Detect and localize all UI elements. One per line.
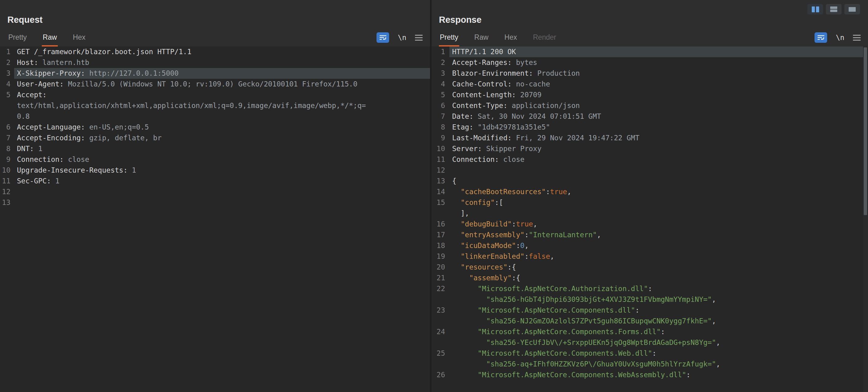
single-pane-icon <box>849 7 856 12</box>
line-number: 24 <box>432 327 450 337</box>
code-line: Accept-Ranges: bytes <box>450 57 868 68</box>
menu-icon[interactable] <box>853 33 861 42</box>
line-number: 5 <box>432 89 450 100</box>
line-number: 11 <box>0 176 14 187</box>
code-line: Accept-Encoding: gzip, deflate, br <box>14 133 430 143</box>
editor-row: 8Etag: "1db429781a351e5" <box>432 122 868 133</box>
editor-row: 11Connection: close <box>432 154 868 165</box>
code-line: "entryAssembly":"InternaLantern", <box>450 229 868 240</box>
editor-row: 1HTTP/1.1 200 OK <box>432 47 868 57</box>
line-number: 23 <box>432 305 450 316</box>
editor-row: 12 <box>432 165 868 176</box>
line-number: 25 <box>432 348 450 359</box>
line-number <box>432 294 450 305</box>
code-line: Upgrade-Insecure-Requests: 1 <box>14 165 430 176</box>
editor-row: 1GET /_framework/blazor.boot.json HTTP/1… <box>0 47 430 57</box>
tab-pretty[interactable]: Pretty <box>7 33 28 47</box>
request-title: Request <box>7 15 423 25</box>
editor-row: 0.8 <box>0 111 430 122</box>
soft-wrap-icon[interactable] <box>376 32 389 43</box>
tab-raw[interactable]: Raw <box>473 33 489 47</box>
response-tabbar: PrettyRawHexRender \n <box>439 32 861 47</box>
code-line: Content-Type: application/json <box>450 100 868 111</box>
line-number: 18 <box>432 240 450 251</box>
editor-row: 4User-Agent: Mozilla/5.0 (Windows NT 10.… <box>0 79 430 89</box>
layout-rows-button[interactable] <box>826 4 842 15</box>
editor-row: 9Connection: close <box>0 154 430 165</box>
line-number: 22 <box>432 283 450 294</box>
response-editor[interactable]: 1HTTP/1.1 200 OK2Accept-Ranges: bytes3Bl… <box>432 47 868 392</box>
editor-row: 3Blazor-Environment: Production <box>432 68 868 79</box>
code-line: "assembly":{ <box>450 273 868 283</box>
request-panel: Request PrettyRawHex \n <box>0 0 430 392</box>
line-number: 4 <box>0 79 14 89</box>
code-line: "debugBuild":true, <box>450 219 868 229</box>
code-line <box>450 165 868 176</box>
line-number <box>432 337 450 348</box>
editor-row: 2Accept-Ranges: bytes <box>432 57 868 68</box>
code-line: "resources":{ <box>450 262 868 273</box>
code-line: Accept: <box>14 89 430 100</box>
editor-row: 2Host: lantern.htb <box>0 57 430 68</box>
two-rows-icon <box>830 6 837 12</box>
tab-raw[interactable]: Raw <box>42 33 58 47</box>
tab-hex[interactable]: Hex <box>503 33 518 47</box>
code-line: "linkerEnabled":false, <box>450 251 868 262</box>
line-number: 13 <box>432 176 450 187</box>
code-line: "sha256-aq+IFhf0HZZKVz6P\/GhuaY0UvXsguM0… <box>450 359 868 369</box>
line-number: 5 <box>0 89 14 100</box>
request-toolbar: \n <box>376 32 423 47</box>
code-line: text/html,application/xhtml+xml,applicat… <box>14 100 430 111</box>
line-number: 21 <box>432 273 450 283</box>
code-line: X-Skipper-Proxy: http://127.0.0.1:5000 <box>14 68 430 79</box>
response-rows: 1HTTP/1.1 200 OK2Accept-Ranges: bytes3Bl… <box>432 47 868 380</box>
line-number: 7 <box>0 133 14 143</box>
editor-row: 13 <box>0 197 430 208</box>
code-line: "sha256-NJ2GmZOAzlolS7ZPvt5guh86ICBupqwC… <box>450 316 868 327</box>
response-header: Response PrettyRawHexRender \n <box>432 0 868 47</box>
menu-icon[interactable] <box>415 33 423 42</box>
editor-row: 13{ <box>432 176 868 187</box>
code-line: Accept-Language: en-US,en;q=0.5 <box>14 122 430 133</box>
line-number: 10 <box>0 165 14 176</box>
code-line: "sha256-hGbT4jDhpi63093bjGt+4XVJ3Z9t1FVb… <box>450 294 868 305</box>
line-number: 1 <box>432 47 450 57</box>
line-number: 3 <box>432 68 450 79</box>
editor-row: 12 <box>0 187 430 197</box>
request-editor[interactable]: 1GET /_framework/blazor.boot.json HTTP/1… <box>0 47 430 392</box>
line-number: 3 <box>0 68 14 79</box>
editor-row: 6Content-Type: application/json <box>432 100 868 111</box>
newline-icon[interactable]: \n <box>836 33 844 41</box>
editor-row: 17 "entryAssembly":"InternaLantern", <box>432 229 868 240</box>
editor-row: 22 "Microsoft.AspNetCore.Authorization.d… <box>432 283 868 294</box>
code-line: HTTP/1.1 200 OK <box>450 47 868 57</box>
editor-row: 24 "Microsoft.AspNetCore.Components.Form… <box>432 327 868 337</box>
editor-row: 10Upgrade-Insecure-Requests: 1 <box>0 165 430 176</box>
code-line: 0.8 <box>14 111 430 122</box>
tab-pretty[interactable]: Pretty <box>439 33 459 47</box>
code-line: Content-Length: 20709 <box>450 89 868 100</box>
editor-row: 5Accept: <box>0 89 430 100</box>
layout-columns-button[interactable] <box>807 4 823 15</box>
code-line: User-Agent: Mozilla/5.0 (Windows NT 10.0… <box>14 79 430 89</box>
scrollbar-thumb[interactable] <box>864 47 867 215</box>
two-columns-icon <box>811 6 820 12</box>
line-number: 9 <box>432 133 450 143</box>
code-line: "sha256-YEcUfJbV\/+SrxppUEKn5jqOg8WptBrd… <box>450 337 868 348</box>
burp-http-message-viewer: Request PrettyRawHex \n <box>0 0 868 392</box>
layout-single-button[interactable] <box>844 4 860 15</box>
editor-row: 15 "config":[ <box>432 197 868 208</box>
editor-row: 21 "assembly":{ <box>432 273 868 283</box>
editor-row: 3X-Skipper-Proxy: http://127.0.0.1:5000 <box>0 68 430 79</box>
code-line: GET /_framework/blazor.boot.json HTTP/1.… <box>14 47 430 57</box>
newline-icon[interactable]: \n <box>398 33 406 41</box>
line-number: 14 <box>432 187 450 197</box>
code-line: Last-Modified: Fri, 29 Nov 2024 19:47:22… <box>450 133 868 143</box>
tab-hex[interactable]: Hex <box>72 33 86 47</box>
editor-row: 5Content-Length: 20709 <box>432 89 868 100</box>
response-scrollbar[interactable] <box>863 47 868 392</box>
soft-wrap-icon[interactable] <box>814 32 827 43</box>
editor-row: 8DNT: 1 <box>0 143 430 154</box>
editor-row: 20 "resources":{ <box>432 262 868 273</box>
line-number <box>432 208 450 219</box>
